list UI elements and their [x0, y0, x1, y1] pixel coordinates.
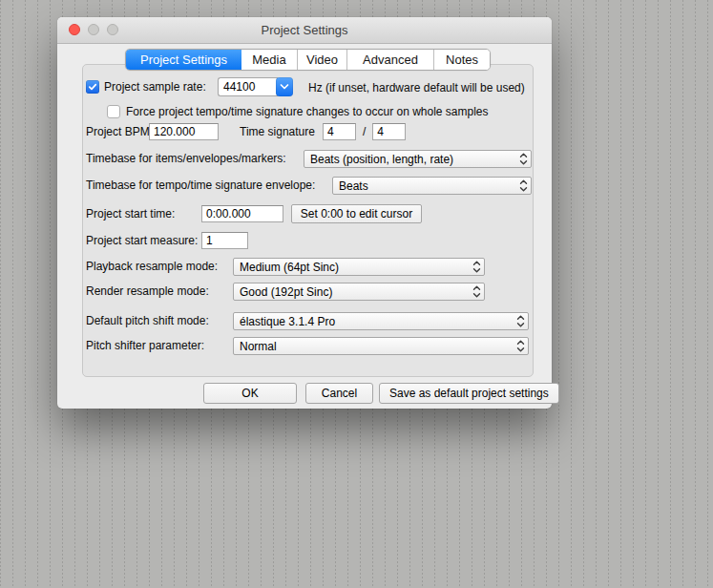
sample-rate-value[interactable]: 44100 [218, 77, 278, 96]
force-whole-samples-checkbox[interactable] [107, 105, 120, 118]
start-measure-input[interactable] [201, 232, 248, 249]
time-signature-separator: / [363, 125, 366, 138]
updown-chevrons-icon [515, 153, 531, 165]
save-default-button[interactable]: Save as default project settings [379, 383, 559, 404]
settings-tab-bar: Project Settings Media Video Advanced No… [125, 49, 491, 71]
time-signature-numerator-input[interactable] [323, 123, 356, 140]
render-resample-label: Render resample mode: [86, 284, 209, 298]
bpm-row: Project BPM: Time signature / [86, 123, 533, 140]
updown-chevrons-icon [469, 261, 484, 273]
pitch-param-label: Pitch shifter parameter: [86, 339, 204, 352]
render-resample-popup[interactable]: Good (192pt Sinc) [233, 283, 485, 301]
bpm-input[interactable] [149, 123, 219, 140]
tab-media[interactable]: Media [241, 50, 297, 70]
tab-advanced[interactable]: Advanced [346, 50, 433, 70]
chevron-down-icon [280, 83, 289, 91]
window-title: Project Settings [261, 23, 347, 37]
timebase-items-label: Timebase for items/envelopes/markers: [86, 152, 286, 165]
traffic-lights [69, 24, 118, 35]
start-time-input[interactable] [201, 205, 283, 222]
bpm-label: Project BPM: [86, 125, 149, 138]
minimize-button[interactable] [88, 24, 99, 35]
zoom-button[interactable] [107, 24, 118, 35]
force-whole-samples-label: Force project tempo/time signature chang… [126, 105, 489, 118]
pitch-shift-popup[interactable]: élastique 3.1.4 Pro [233, 312, 529, 330]
start-measure-label: Project start measure: [86, 234, 198, 247]
tab-notes[interactable]: Notes [433, 50, 490, 70]
title-bar[interactable]: Project Settings [57, 17, 552, 44]
playback-resample-label: Playback resample mode: [86, 260, 218, 273]
force-whole-samples-row: Force project tempo/time signature chang… [107, 103, 533, 120]
sample-rate-combo[interactable]: 44100 [218, 77, 293, 96]
tab-video[interactable]: Video [297, 50, 346, 70]
updown-chevrons-icon [513, 315, 528, 327]
pitch-shift-value: élastique 3.1.4 Pro [240, 315, 513, 328]
pitch-param-popup[interactable]: Normal [233, 337, 529, 355]
cancel-button[interactable]: Cancel [305, 383, 373, 404]
sample-rate-note: Hz (if unset, hardware default will be u… [308, 81, 525, 94]
timebase-items-value: Beats (position, length, rate) [310, 153, 515, 166]
playback-resample-value: Medium (64pt Sinc) [240, 261, 469, 274]
pitch-shift-label: Default pitch shift mode: [86, 314, 209, 327]
checkmark-icon [88, 82, 97, 92]
sample-rate-label: Project sample rate: [104, 80, 215, 94]
project-settings-window: Project Settings Project Settings Media … [57, 17, 552, 409]
start-time-label: Project start time: [86, 207, 175, 220]
time-signature-denominator-input[interactable] [372, 123, 406, 140]
timebase-tempo-popup[interactable]: Beats [332, 177, 532, 195]
pitch-param-value: Normal [240, 340, 513, 353]
updown-chevrons-icon [513, 340, 528, 352]
sample-rate-checkbox[interactable] [86, 80, 99, 94]
sample-rate-dropdown-button[interactable] [276, 77, 293, 96]
time-signature-label: Time signature [240, 125, 315, 138]
updown-chevrons-icon [469, 285, 484, 298]
timebase-items-popup[interactable]: Beats (position, length, rate) [304, 150, 532, 168]
updown-chevrons-icon [515, 179, 531, 192]
timebase-tempo-value: Beats [339, 179, 515, 193]
playback-resample-popup[interactable]: Medium (64pt Sinc) [233, 258, 485, 276]
tab-project-settings[interactable]: Project Settings [126, 50, 241, 70]
project-settings-panel: Project sample rate: 44100 Hz (if unset,… [82, 64, 534, 377]
render-resample-value: Good (192pt Sinc) [240, 285, 469, 299]
close-button[interactable] [69, 24, 80, 35]
timebase-tempo-label: Timebase for tempo/time signature envelo… [86, 178, 315, 192]
ok-button[interactable]: OK [203, 383, 297, 404]
set-cursor-button[interactable]: Set 0:00 to edit cursor [291, 204, 422, 223]
